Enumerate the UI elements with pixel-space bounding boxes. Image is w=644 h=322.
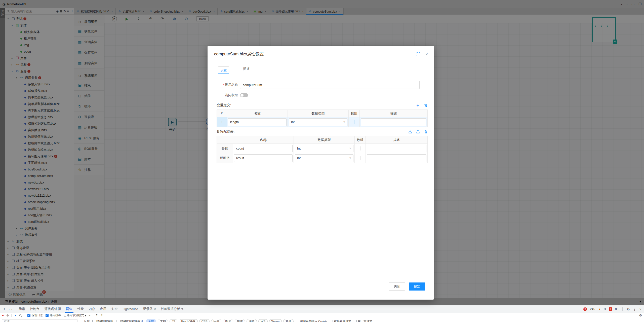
request-type-chip[interactable]: Fetch/XHR xyxy=(179,319,197,322)
access-permission-label: 访问权限 xyxy=(217,93,240,97)
device-toolbar-icon[interactable]: ▭ xyxy=(7,305,14,313)
request-type-chip[interactable]: 其他 xyxy=(283,319,294,322)
export-params-icon[interactable] xyxy=(416,130,420,134)
devtools-status-icons: × 245 ▲ 3 ! 80 ⚙ ⋮ × xyxy=(583,305,644,313)
devtools-tab[interactable]: 应用 ⚗ xyxy=(98,305,109,313)
devtools-close-icon[interactable]: × xyxy=(639,307,641,311)
devtools-settings-icon[interactable]: ⚙ xyxy=(627,307,630,311)
request-type-chip[interactable]: 文档 xyxy=(158,319,168,322)
variable-type-select[interactable]: Int xyxy=(289,118,347,126)
issues-count: 80 xyxy=(615,307,618,311)
experiment-flask-icon: ⚗ xyxy=(153,307,156,311)
filter-input[interactable] xyxy=(2,319,77,322)
display-name-input[interactable] xyxy=(240,81,420,89)
param-type-select[interactable]: Int xyxy=(295,145,353,152)
dialog-header: computeSum.bizx属性设置 × xyxy=(208,46,434,59)
devtools-tab[interactable]: 安全 ⚗ xyxy=(109,305,120,313)
request-type-chip[interactable]: 媒体 xyxy=(235,319,245,322)
devtools-tab[interactable]: 源代码/来源 ⚗ xyxy=(42,305,64,313)
variable-desc-input[interactable] xyxy=(361,118,426,126)
request-type-chip[interactable]: 清单 xyxy=(247,319,257,322)
preserve-log-checkbox[interactable]: 保留日志 xyxy=(27,313,43,317)
col-name: 名称 xyxy=(233,136,294,144)
inspect-element-icon[interactable]: ⌖ xyxy=(2,305,7,313)
blocked-cookies-checkbox[interactable]: 被屏蔽的响应 Cookie xyxy=(296,319,327,322)
record-network-icon[interactable]: ● xyxy=(2,314,4,317)
return-name-input[interactable] xyxy=(234,154,293,162)
disable-cache-checkbox[interactable]: 停用缓存 xyxy=(46,313,61,317)
return-type-select[interactable]: Int xyxy=(295,154,353,162)
col-num: # xyxy=(217,110,227,117)
third-party-checkbox[interactable]: 第三方请求 xyxy=(354,319,372,322)
request-type-chip[interactable]: JS xyxy=(170,319,177,322)
import-har-icon[interactable]: ↥ xyxy=(96,314,98,317)
delete-params-icon[interactable] xyxy=(424,130,428,134)
import-params-icon[interactable] xyxy=(408,130,412,134)
variable-name-input[interactable] xyxy=(228,118,287,126)
required-marker: * xyxy=(223,83,224,87)
variable-section-header: 变量定义: ＋ xyxy=(217,103,428,108)
hide-data-urls-checkbox[interactable]: 隐藏数据网址 xyxy=(92,319,114,322)
request-type-chip[interactable]: WS xyxy=(258,319,268,322)
tab-description[interactable]: 描述 xyxy=(239,66,253,74)
devtools-menu-icon[interactable]: ⋮ xyxy=(633,307,636,311)
col-type: 数据类型 xyxy=(288,110,349,117)
return-row[interactable]: 返回值 Int xyxy=(217,153,428,163)
clear-network-icon[interactable]: ⊘ xyxy=(6,314,9,317)
request-type-chip[interactable]: Wasm xyxy=(269,319,282,322)
col-array: 数组 xyxy=(355,136,366,144)
issues-icon[interactable]: ! xyxy=(609,307,612,311)
network-conditions-icon[interactable]: ≈ xyxy=(89,314,90,317)
return-array-checkbox[interactable] xyxy=(360,156,360,160)
row-number: 1 xyxy=(217,117,227,127)
param-section-header: 参数配置表: xyxy=(217,129,428,134)
variable-row[interactable]: 1 Int xyxy=(217,117,428,127)
blocked-requests-checkbox[interactable]: 被屏蔽的请求 xyxy=(330,319,351,322)
col-type: 数据类型 xyxy=(294,136,355,144)
close-button[interactable]: 关闭 xyxy=(389,282,405,291)
devtools-tab[interactable]: 性能数据分析 ⚗ xyxy=(158,305,186,313)
invert-checkbox[interactable]: 反转 xyxy=(80,319,90,322)
app-window: ⬗ Primeton-IDE ‹ › ▭ ❐ 资源 ◈ ⬒ ↻ ≡ ❐ ▾ xyxy=(0,0,644,322)
param-name-input[interactable] xyxy=(234,145,293,152)
col-name: 名称 xyxy=(227,110,288,117)
devtools-tab[interactable]: 性能 ⚗ xyxy=(75,305,86,313)
param-table: 名称 数据类型 数组 描述 参数 Int 返回值 Int xyxy=(217,136,428,163)
devtools-tab[interactable]: 元素 ⚗ xyxy=(16,305,27,313)
filter-icon[interactable]: ▼ xyxy=(14,314,17,317)
error-count: 245 xyxy=(590,307,595,311)
devtools-tab[interactable]: 网络 ⚗ xyxy=(64,305,75,313)
variable-array-checkbox[interactable] xyxy=(354,120,354,124)
console-warnings-icon[interactable]: ▲ xyxy=(598,307,601,311)
network-settings-icon[interactable]: ⚙ xyxy=(639,314,642,317)
network-toolbar: ● ⊘ ▼ 保留日志 停用缓存 已停用节流模式 ▾ ≈ ↥ ↧ ⚙ xyxy=(0,313,644,318)
network-filter-row: 反转 隐藏数据网址 隐藏扩展程序网址 全部 文档 JS Fetch/XHR CS… xyxy=(0,318,644,322)
close-icon[interactable]: × xyxy=(425,52,428,56)
throttling-dropdown[interactable]: 已停用节流模式 ▾ xyxy=(64,313,86,317)
request-type-chip[interactable]: 全部 xyxy=(146,319,156,322)
display-name-row: *显示名称 xyxy=(217,81,428,89)
request-type-chip[interactable]: CSS xyxy=(199,319,210,322)
access-permission-toggle[interactable] xyxy=(240,93,248,97)
network-search-icon[interactable] xyxy=(19,314,22,317)
param-row[interactable]: 参数 Int xyxy=(217,144,428,153)
request-type-chip[interactable]: 图片 xyxy=(223,319,233,322)
devtools-tab[interactable]: Lighthouse ⚗ xyxy=(120,305,141,313)
devtools-tab[interactable]: 记录器 ⚗ xyxy=(141,305,158,313)
return-desc-input[interactable] xyxy=(367,154,426,162)
console-errors-icon[interactable]: × xyxy=(583,307,587,311)
ok-button[interactable]: 确定 xyxy=(409,282,425,291)
devtools-tab[interactable]: 内存 ⚗ xyxy=(86,305,98,313)
tab-settings[interactable]: 设置 xyxy=(218,66,229,74)
add-variable-icon[interactable]: ＋ xyxy=(416,103,420,108)
hide-extension-urls-checkbox[interactable]: 隐藏扩展程序网址 xyxy=(116,319,143,322)
delete-variable-icon[interactable] xyxy=(424,103,428,107)
param-desc-input[interactable] xyxy=(367,145,426,152)
return-kind: 返回值 xyxy=(217,153,233,163)
dialog-footer: 关闭 确定 xyxy=(389,282,425,291)
param-array-checkbox[interactable] xyxy=(360,146,360,151)
devtools-tab[interactable]: 控制台 ⚗ xyxy=(27,305,42,313)
fullscreen-icon[interactable] xyxy=(417,52,420,56)
export-har-icon[interactable]: ↧ xyxy=(101,314,103,317)
request-type-chip[interactable]: 字体 xyxy=(211,319,221,322)
